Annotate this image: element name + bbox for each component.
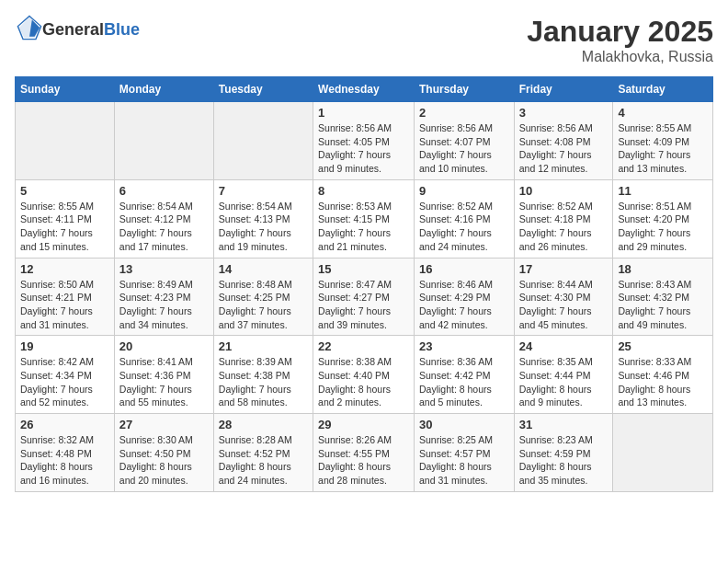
day-number: 13 — [119, 262, 209, 276]
day-info: Sunrise: 8:33 AM Sunset: 4:46 PM Dayligh… — [618, 355, 708, 409]
day-info: Sunrise: 8:53 AM Sunset: 4:15 PM Dayligh… — [318, 200, 409, 254]
day-number: 18 — [618, 262, 708, 276]
day-number: 17 — [519, 262, 609, 276]
calendar-cell: 19Sunrise: 8:42 AM Sunset: 4:34 PM Dayli… — [16, 336, 115, 414]
weekday-header-monday: Monday — [114, 77, 213, 102]
day-number: 5 — [20, 184, 109, 198]
day-number: 14 — [219, 262, 308, 276]
week-row-2: 5Sunrise: 8:55 AM Sunset: 4:11 PM Daylig… — [16, 179, 713, 258]
day-info: Sunrise: 8:52 AM Sunset: 4:16 PM Dayligh… — [419, 200, 509, 254]
calendar-cell: 10Sunrise: 8:52 AM Sunset: 4:18 PM Dayli… — [514, 179, 613, 258]
calendar-cell: 1Sunrise: 8:56 AM Sunset: 4:05 PM Daylig… — [313, 102, 415, 180]
calendar-cell: 6Sunrise: 8:54 AM Sunset: 4:12 PM Daylig… — [114, 179, 213, 258]
day-number: 2 — [419, 106, 509, 120]
day-number: 30 — [419, 418, 509, 431]
calendar-cell: 16Sunrise: 8:46 AM Sunset: 4:29 PM Dayli… — [414, 258, 514, 336]
day-number: 6 — [119, 184, 209, 198]
day-number: 26 — [20, 418, 109, 431]
day-info: Sunrise: 8:39 AM Sunset: 4:38 PM Dayligh… — [219, 355, 308, 409]
day-info: Sunrise: 8:28 AM Sunset: 4:52 PM Dayligh… — [219, 433, 308, 488]
calendar-cell: 11Sunrise: 8:51 AM Sunset: 4:20 PM Dayli… — [613, 179, 713, 258]
day-info: Sunrise: 8:56 AM Sunset: 4:07 PM Dayligh… — [419, 121, 509, 176]
day-info: Sunrise: 8:55 AM Sunset: 4:11 PM Dayligh… — [20, 200, 109, 254]
day-number: 28 — [219, 418, 308, 431]
calendar-cell: 18Sunrise: 8:43 AM Sunset: 4:32 PM Dayli… — [613, 258, 713, 336]
day-info: Sunrise: 8:46 AM Sunset: 4:29 PM Dayligh… — [419, 278, 509, 332]
day-number: 7 — [219, 184, 308, 198]
calendar-cell: 31Sunrise: 8:23 AM Sunset: 4:59 PM Dayli… — [514, 414, 613, 492]
calendar-cell — [114, 102, 213, 180]
week-row-4: 19Sunrise: 8:42 AM Sunset: 4:34 PM Dayli… — [16, 336, 713, 414]
weekday-header-tuesday: Tuesday — [213, 77, 313, 102]
calendar-cell: 22Sunrise: 8:38 AM Sunset: 4:40 PM Dayli… — [313, 336, 415, 414]
calendar-cell: 25Sunrise: 8:33 AM Sunset: 4:46 PM Dayli… — [613, 336, 713, 414]
calendar-cell: 21Sunrise: 8:39 AM Sunset: 4:38 PM Dayli… — [213, 336, 313, 414]
calendar-cell: 27Sunrise: 8:30 AM Sunset: 4:50 PM Dayli… — [114, 414, 213, 492]
weekday-header-saturday: Saturday — [613, 77, 713, 102]
week-row-3: 12Sunrise: 8:50 AM Sunset: 4:21 PM Dayli… — [16, 258, 713, 336]
calendar-cell: 24Sunrise: 8:35 AM Sunset: 4:44 PM Dayli… — [514, 336, 613, 414]
calendar-cell: 8Sunrise: 8:53 AM Sunset: 4:15 PM Daylig… — [313, 179, 415, 258]
logo: GeneralBlue — [15, 15, 140, 44]
day-number: 4 — [618, 106, 708, 120]
calendar-title: January 2025 — [527, 15, 713, 49]
week-row-5: 26Sunrise: 8:32 AM Sunset: 4:48 PM Dayli… — [16, 414, 713, 492]
day-info: Sunrise: 8:44 AM Sunset: 4:30 PM Dayligh… — [519, 278, 609, 332]
day-number: 9 — [419, 184, 509, 198]
calendar-subtitle: Malakhovka, Russia — [527, 49, 713, 65]
logo-general-text: General — [42, 20, 104, 39]
weekday-header-sunday: Sunday — [16, 77, 115, 102]
day-info: Sunrise: 8:55 AM Sunset: 4:09 PM Dayligh… — [618, 121, 708, 176]
logo-icon — [17, 15, 42, 40]
day-number: 20 — [119, 339, 209, 353]
day-number: 24 — [519, 339, 609, 353]
day-info: Sunrise: 8:49 AM Sunset: 4:23 PM Dayligh… — [119, 278, 209, 332]
day-number: 19 — [20, 339, 109, 353]
day-info: Sunrise: 8:48 AM Sunset: 4:25 PM Dayligh… — [219, 278, 308, 332]
day-number: 11 — [618, 184, 708, 198]
calendar-cell: 13Sunrise: 8:49 AM Sunset: 4:23 PM Dayli… — [114, 258, 213, 336]
day-info: Sunrise: 8:54 AM Sunset: 4:12 PM Dayligh… — [119, 200, 209, 254]
weekday-header-row: SundayMondayTuesdayWednesdayThursdayFrid… — [16, 77, 713, 102]
day-info: Sunrise: 8:36 AM Sunset: 4:42 PM Dayligh… — [419, 355, 509, 409]
calendar-cell: 3Sunrise: 8:56 AM Sunset: 4:08 PM Daylig… — [514, 102, 613, 180]
calendar-cell: 12Sunrise: 8:50 AM Sunset: 4:21 PM Dayli… — [16, 258, 115, 336]
calendar-cell: 9Sunrise: 8:52 AM Sunset: 4:16 PM Daylig… — [414, 179, 514, 258]
calendar-table: SundayMondayTuesdayWednesdayThursdayFrid… — [15, 76, 713, 492]
calendar-cell: 20Sunrise: 8:41 AM Sunset: 4:36 PM Dayli… — [114, 336, 213, 414]
day-number: 8 — [318, 184, 409, 198]
day-info: Sunrise: 8:50 AM Sunset: 4:21 PM Dayligh… — [20, 278, 109, 332]
week-row-1: 1Sunrise: 8:56 AM Sunset: 4:05 PM Daylig… — [16, 102, 713, 180]
calendar-cell: 29Sunrise: 8:26 AM Sunset: 4:55 PM Dayli… — [313, 414, 415, 492]
header: GeneralBlue January 2025 Malakhovka, Rus… — [15, 15, 713, 65]
day-info: Sunrise: 8:52 AM Sunset: 4:18 PM Dayligh… — [519, 200, 609, 254]
day-number: 15 — [318, 262, 409, 276]
calendar-cell — [213, 102, 313, 180]
calendar-cell: 23Sunrise: 8:36 AM Sunset: 4:42 PM Dayli… — [414, 336, 514, 414]
calendar-cell: 28Sunrise: 8:28 AM Sunset: 4:52 PM Dayli… — [213, 414, 313, 492]
day-info: Sunrise: 8:51 AM Sunset: 4:20 PM Dayligh… — [618, 200, 708, 254]
calendar-cell: 26Sunrise: 8:32 AM Sunset: 4:48 PM Dayli… — [16, 414, 115, 492]
day-info: Sunrise: 8:35 AM Sunset: 4:44 PM Dayligh… — [519, 355, 609, 409]
calendar-cell — [613, 414, 713, 492]
day-info: Sunrise: 8:54 AM Sunset: 4:13 PM Dayligh… — [219, 200, 308, 254]
weekday-header-friday: Friday — [514, 77, 613, 102]
calendar-cell: 7Sunrise: 8:54 AM Sunset: 4:13 PM Daylig… — [213, 179, 313, 258]
day-info: Sunrise: 8:41 AM Sunset: 4:36 PM Dayligh… — [119, 355, 209, 409]
day-number: 1 — [318, 106, 409, 120]
weekday-header-thursday: Thursday — [414, 77, 514, 102]
logo-blue-text: Blue — [104, 20, 140, 39]
day-number: 10 — [519, 184, 609, 198]
day-info: Sunrise: 8:26 AM Sunset: 4:55 PM Dayligh… — [318, 433, 409, 488]
day-info: Sunrise: 8:30 AM Sunset: 4:50 PM Dayligh… — [119, 433, 209, 488]
calendar-cell: 4Sunrise: 8:55 AM Sunset: 4:09 PM Daylig… — [613, 102, 713, 180]
day-info: Sunrise: 8:56 AM Sunset: 4:05 PM Dayligh… — [318, 121, 409, 176]
day-info: Sunrise: 8:43 AM Sunset: 4:32 PM Dayligh… — [618, 278, 708, 332]
day-info: Sunrise: 8:23 AM Sunset: 4:59 PM Dayligh… — [519, 433, 609, 488]
day-number: 3 — [519, 106, 609, 120]
day-number: 27 — [119, 418, 209, 431]
day-number: 25 — [618, 339, 708, 353]
calendar-cell: 15Sunrise: 8:47 AM Sunset: 4:27 PM Dayli… — [313, 258, 415, 336]
day-number: 31 — [519, 418, 609, 431]
weekday-header-wednesday: Wednesday — [313, 77, 415, 102]
